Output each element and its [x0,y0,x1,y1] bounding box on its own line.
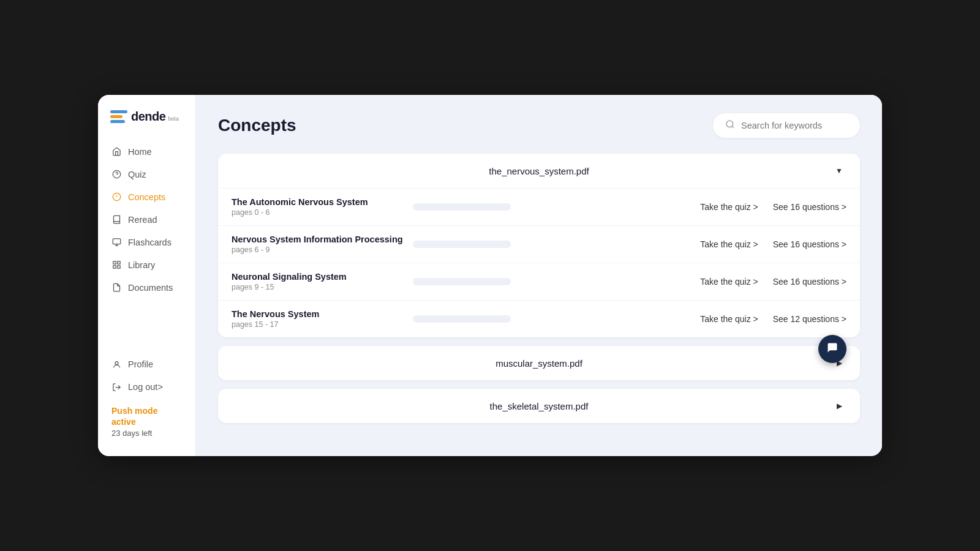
see-questions-link-3[interactable]: See 12 questions > [773,314,846,324]
sidebar-item-label-library: Library [128,260,155,270]
search-bar[interactable] [713,113,860,138]
concept-name-0: The Autonomic Nervous System [232,197,403,207]
table-row: Neuronal Signaling System pages 9 - 15 T… [218,263,860,301]
nav-items: Home Quiz [98,141,195,354]
doc-header-nervous_system[interactable]: the_nervous_system.pdf ▼ [218,154,860,188]
see-questions-link-2[interactable]: See 16 questions > [773,277,846,287]
doc-sections-container: the_nervous_system.pdf ▼ The Autonomic N… [218,154,860,423]
top-bar: Concepts [218,113,860,138]
push-mode-label: Push mode active [111,405,182,427]
sidebar-item-documents[interactable]: Documents [104,277,189,298]
logo-text: dende [131,110,165,124]
see-questions-link-1[interactable]: See 16 questions > [773,239,846,249]
concept-pages-3: pages 15 - 17 [232,320,403,329]
page-title: Concepts [218,116,296,135]
concept-info-1: Nervous System Information Processing pa… [232,234,403,254]
concept-info-0: The Autonomic Nervous System pages 0 - 6 [232,197,403,217]
take-quiz-link-1[interactable]: Take the quiz > [700,239,758,249]
toggle-icon-nervous_system: ▼ [832,163,846,178]
home-icon [111,146,122,157]
svg-rect-8 [113,266,116,268]
profile-icon [111,359,122,370]
concept-name-3: The Nervous System [232,309,403,319]
sidebar-bottom: Profile Log out> Push mode active 23 day… [98,354,195,444]
chat-fab-button[interactable] [818,335,846,363]
concept-name-2: Neuronal Signaling System [232,272,403,282]
sidebar-item-concepts[interactable]: Concepts [104,186,189,208]
sidebar-item-label-home: Home [128,147,152,157]
doc-title-skeletal_system: the_skeletal_system.pdf [246,401,832,411]
take-quiz-link-0[interactable]: Take the quiz > [700,202,758,212]
sidebar-item-label-quiz: Quiz [128,170,146,179]
svg-rect-5 [113,261,116,264]
sidebar-item-label-profile: Profile [128,359,153,369]
svg-rect-7 [118,266,120,268]
table-row: The Nervous System pages 15 - 17 Take th… [218,301,860,337]
documents-icon [111,282,122,293]
doc-section-skeletal_system: the_skeletal_system.pdf ▶ [218,389,860,423]
concept-info-3: The Nervous System pages 15 - 17 [232,309,403,329]
quiz-icon [111,169,122,179]
concept-pages-1: pages 6 - 9 [232,246,403,254]
progress-bar-container-3 [413,315,511,323]
main-content: Concepts the_nervous_system.pdf ▼ Th [196,95,882,450]
row-actions-1: Take the quiz > See 16 questions > [700,239,846,249]
sidebar-item-logout[interactable]: Log out> [104,377,189,398]
svg-point-9 [115,361,118,364]
progress-bar-container-2 [413,278,511,285]
table-row: The Autonomic Nervous System pages 0 - 6… [218,189,860,226]
concept-name-1: Nervous System Information Processing [232,234,403,244]
sidebar-item-profile[interactable]: Profile [104,354,189,375]
sidebar-item-flashcards[interactable]: Flashcards [104,231,189,253]
flashcards-icon [111,237,122,247]
row-actions-0: Take the quiz > See 16 questions > [700,202,846,212]
sidebar-item-quiz[interactable]: Quiz [104,163,189,185]
sidebar-item-label-logout: Log out> [128,382,163,392]
push-mode-days: 23 days left [111,429,182,438]
take-quiz-link-3[interactable]: Take the quiz > [700,314,758,324]
push-mode-section: Push mode active 23 days left [104,399,189,444]
table-row: Nervous System Information Processing pa… [218,226,860,263]
library-icon [111,260,122,270]
progress-bar-bg-2 [413,278,511,285]
concept-pages-0: pages 0 - 6 [232,208,403,217]
concept-pages-2: pages 9 - 15 [232,283,403,291]
sidebar-item-library[interactable]: Library [104,254,189,276]
doc-header-skeletal_system[interactable]: the_skeletal_system.pdf ▶ [218,389,860,423]
doc-header-muscular_system[interactable]: muscular_system.pdf ▶ [218,346,860,380]
doc-section-muscular_system: muscular_system.pdf ▶ [218,346,860,380]
chat-icon [826,342,839,357]
toggle-icon-skeletal_system: ▶ [832,399,846,413]
progress-bar-bg-1 [413,241,511,248]
sidebar-item-home[interactable]: Home [104,141,189,162]
svg-rect-6 [118,261,120,264]
doc-title-nervous_system: the_nervous_system.pdf [246,166,832,176]
take-quiz-link-2[interactable]: Take the quiz > [700,277,758,287]
logo-beta: beta [168,116,179,122]
logout-icon [111,382,122,392]
sidebar-item-label-concepts: Concepts [128,192,165,202]
doc-section-nervous_system: the_nervous_system.pdf ▼ The Autonomic N… [218,154,860,337]
progress-bar-container-0 [413,203,511,211]
sidebar: dende beta Home [98,95,196,456]
sidebar-item-reread[interactable]: Reread [104,209,189,230]
progress-bar-bg-0 [413,203,511,211]
concepts-icon [111,192,122,202]
app-window: dende beta Home [98,95,882,456]
doc-rows-nervous_system: The Autonomic Nervous System pages 0 - 6… [218,188,860,337]
svg-point-11 [726,121,733,127]
row-actions-2: Take the quiz > See 16 questions > [700,277,846,287]
concept-info-2: Neuronal Signaling System pages 9 - 15 [232,272,403,291]
search-icon [725,119,735,132]
logo-icon [110,110,127,124]
sidebar-item-label-flashcards: Flashcards [128,238,172,247]
progress-bar-container-1 [413,241,511,248]
svg-line-12 [732,126,734,128]
progress-bar-bg-3 [413,315,511,323]
see-questions-link-0[interactable]: See 16 questions > [773,202,846,212]
row-actions-3: Take the quiz > See 12 questions > [700,314,846,324]
doc-title-muscular_system: muscular_system.pdf [246,358,832,369]
search-input[interactable] [741,121,848,130]
sidebar-item-label-documents: Documents [128,283,173,293]
reread-icon [111,214,122,225]
